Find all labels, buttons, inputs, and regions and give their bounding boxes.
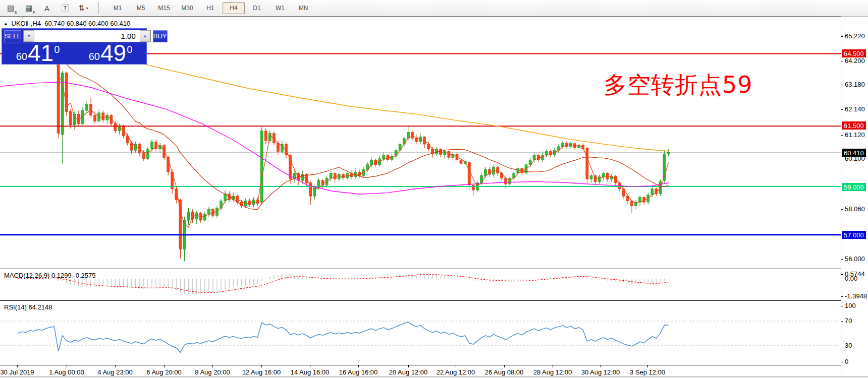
date-tick-label: 30 Aug 12:00 <box>581 368 620 376</box>
price-tick <box>841 274 843 275</box>
price-tick <box>841 259 843 260</box>
date-tick <box>164 365 165 367</box>
price-tick-label: 64.200 <box>845 57 865 65</box>
date-tick <box>17 365 18 367</box>
buy-button[interactable]: BUY <box>153 30 168 42</box>
price-tick <box>841 296 843 297</box>
toolbar-grip <box>98 3 102 14</box>
timeframe-button-h4[interactable]: H4 <box>223 2 245 14</box>
grid-pattern-icon[interactable]: ▦F <box>21 2 36 14</box>
rsi-label: RSI(14) 64.2148 <box>4 303 52 311</box>
price-tick <box>841 306 843 306</box>
date-tick-label: 3 Sep 12:00 <box>630 368 665 376</box>
date-tick-label: 20 Aug 12:00 <box>389 368 428 376</box>
sell-button[interactable]: SELL <box>4 30 21 42</box>
date-tick-label: 26 Aug 08:00 <box>485 368 524 376</box>
price-tick <box>841 362 843 362</box>
chart-title: ▲ UKOil-,H4 60.740 60.840 60.400 60.410 <box>4 20 130 27</box>
date-tick <box>67 365 67 367</box>
price-tick-label: 61.120 <box>845 131 865 139</box>
price-tick-label: -1.3948 <box>845 292 867 300</box>
date-tick-label: 8 Aug 20:00 <box>195 368 230 376</box>
price-level-badge: 57.000 <box>842 231 866 239</box>
hatch-pattern-icon[interactable]: ▨E <box>3 2 18 14</box>
price-level-badge: 61.500 <box>842 121 866 130</box>
sell-price-display[interactable]: 60410 <box>2 43 74 64</box>
text-label-icon[interactable]: A <box>39 2 55 14</box>
timeframe-button-mn[interactable]: MN <box>292 2 314 14</box>
price-tick <box>841 279 843 279</box>
price-tick-label: 56.000 <box>845 255 865 263</box>
date-tick <box>504 365 505 367</box>
rsi-indicator-canvas[interactable] <box>0 302 841 365</box>
date-tick <box>456 365 456 367</box>
macd-label: MACD(12,26,9) 0.1299 -0.2575 <box>4 272 95 279</box>
price-tick-label: 58.060 <box>845 205 865 213</box>
price-axis[interactable]: 65.22064.20063.18062.14061.12060.10058.0… <box>841 17 868 376</box>
price-tick <box>841 159 843 159</box>
timeframe-button-m30[interactable]: M30 <box>176 2 198 14</box>
price-tick-label: 0.00 <box>845 275 857 282</box>
date-tick <box>358 365 359 367</box>
price-tick <box>841 36 843 37</box>
date-tick <box>115 365 116 367</box>
chart-marker-icon: ▲ <box>4 21 8 26</box>
price-tick <box>841 346 843 346</box>
trading-platform-window: ▨E▦FAT⇅▾ M1M5M15M30H1H4D1W1MN ▲ UKOil-,H… <box>0 0 868 378</box>
chart-annotation-text: 多空转折点59 <box>604 70 753 101</box>
date-tick-label: 1 Aug 00:00 <box>49 368 84 376</box>
timeframe-button-w1[interactable]: W1 <box>269 2 291 14</box>
timeframe-button-h1[interactable]: H1 <box>199 2 222 14</box>
date-tick-label: 28 Aug 12:00 <box>533 368 572 376</box>
toolbar: ▨E▦FAT⇅▾ M1M5M15M30H1H4D1W1MN <box>0 0 868 17</box>
date-tick-label: 14 Aug 16:00 <box>291 368 330 376</box>
price-level-badge: 64.500 <box>842 49 866 57</box>
date-tick <box>310 365 310 367</box>
date-tick <box>261 365 262 367</box>
macd-indicator-canvas[interactable] <box>0 270 841 300</box>
date-tick <box>647 365 648 367</box>
price-tick <box>841 109 843 110</box>
one-click-trading-panel: SELL ▼ ▲ BUY 60410 60490 <box>2 28 147 65</box>
symbol-period-label: UKOil-,H4 <box>12 20 41 27</box>
text-box-icon[interactable]: T <box>58 2 73 14</box>
date-tick <box>601 365 601 367</box>
date-tick <box>212 365 213 367</box>
price-tick-label: 62.140 <box>845 105 865 113</box>
price-tick-label: 0 <box>845 358 848 365</box>
price-tick-label: 30 <box>845 342 852 349</box>
date-tick-label: 30 Jul 2019 <box>0 368 34 376</box>
price-tick <box>841 135 843 136</box>
date-tick-label: 6 Aug 20:00 <box>146 368 181 376</box>
price-tick <box>841 85 843 85</box>
timeframe-button-m15[interactable]: M15 <box>153 2 175 14</box>
date-tick <box>553 365 553 367</box>
price-tick-label: 65.220 <box>845 32 865 40</box>
date-tick-label: 4 Aug 23:00 <box>97 368 132 376</box>
ohlc-values: 60.740 60.840 60.400 60.410 <box>44 20 130 27</box>
price-tick-label: 70 <box>845 317 852 325</box>
cursor-arrows-icon[interactable]: ⇅▾ <box>76 2 91 14</box>
date-tick-label: 22 Aug 12:00 <box>437 368 475 376</box>
timeframe-button-m5[interactable]: M5 <box>130 2 152 14</box>
volume-increase-button[interactable]: ▲ <box>140 30 150 42</box>
timeframe-button-m1[interactable]: M1 <box>106 2 129 14</box>
window-bottom-edge <box>0 376 868 378</box>
date-tick-label: 12 Aug 16:00 <box>242 368 281 376</box>
price-level-badge: 60.410 <box>842 149 866 157</box>
price-tick <box>841 61 843 61</box>
price-tick-label: 100 <box>845 302 856 309</box>
timeframe-button-d1[interactable]: D1 <box>246 2 268 14</box>
date-axis[interactable]: 30 Jul 20191 Aug 00:004 Aug 23:006 Aug 2… <box>0 365 841 376</box>
buy-price-display[interactable]: 60490 <box>75 43 146 64</box>
date-tick-label: 16 Aug 16:00 <box>339 368 378 376</box>
price-tick <box>841 321 843 322</box>
price-level-badge: 59.000 <box>842 183 866 191</box>
price-tick-label: 63.180 <box>845 81 865 88</box>
date-tick <box>408 365 409 367</box>
price-tick <box>841 209 843 210</box>
